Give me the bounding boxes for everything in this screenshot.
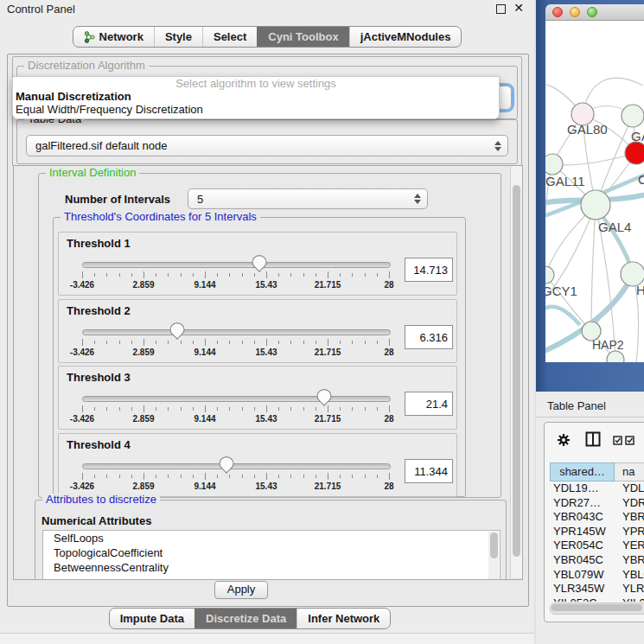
threshold-value-field[interactable]: 14.713	[405, 258, 453, 282]
tick-mark	[328, 405, 328, 412]
table-cell: YBL0	[615, 568, 644, 583]
checkbox-pair-icon[interactable]	[613, 435, 635, 448]
network-node-gal4[interactable]	[581, 190, 610, 220]
number-of-intervals-value: 5	[197, 193, 203, 206]
table-row[interactable]: YDR27…YDR2	[550, 496, 644, 511]
network-edge[interactable]	[591, 205, 596, 331]
network-node-selected-red[interactable]	[625, 142, 644, 164]
threshold-slider[interactable]: -3.4262.8599.14415.4321.71528	[82, 390, 389, 428]
threshold-slider[interactable]: -3.4262.8599.14415.4321.71528	[82, 323, 389, 361]
tick-mark	[106, 475, 107, 478]
network-node-gcy1[interactable]	[545, 266, 554, 284]
table-row[interactable]: YBL079WYBL0	[550, 568, 644, 583]
tab-cyni-toolbox[interactable]: Cyni Toolbox	[257, 27, 348, 47]
slider-track[interactable]	[82, 262, 391, 268]
network-node-label: C	[638, 172, 644, 187]
network-node-gal11[interactable]	[545, 154, 563, 175]
tick-mark	[340, 407, 341, 411]
tick-mark	[94, 341, 95, 344]
threshold-value-field[interactable]: 21.4	[405, 392, 453, 416]
table-row[interactable]: YLR345WYLR3	[550, 582, 644, 596]
gear-icon[interactable]	[557, 433, 571, 450]
split-columns-icon[interactable]	[585, 431, 601, 450]
slider-thumb-icon[interactable]	[169, 322, 185, 340]
column-header-shared-name[interactable]: shared…	[550, 462, 615, 481]
tab-select[interactable]: Select	[202, 27, 257, 47]
table-row[interactable]: YDL19…YDL1	[550, 481, 644, 496]
tick-mark	[328, 339, 328, 346]
table-row[interactable]: YBR045CYBR0	[550, 553, 644, 568]
combo-stepper-icon	[494, 141, 501, 151]
attribute-item[interactable]: SelfLoops	[43, 531, 500, 545]
tick-mark	[242, 407, 243, 411]
attributes-scrollbar-thumb[interactable]	[490, 532, 498, 558]
tick-mark	[278, 475, 279, 478]
network-edge[interactable]	[552, 153, 636, 165]
close-traffic-icon[interactable]	[552, 7, 563, 17]
tab-network[interactable]: Network	[73, 27, 154, 47]
attribute-item[interactable]: TopologicalCoefficient	[43, 545, 500, 560]
minimize-traffic-icon[interactable]	[570, 7, 580, 17]
tick-mark	[316, 407, 316, 411]
slider-ticks	[82, 473, 389, 481]
table-cell: YBR043C	[550, 510, 615, 525]
attributes-scrollbar[interactable]	[488, 532, 499, 580]
table-row[interactable]: YPR145WYPR1	[550, 525, 644, 539]
panel-scrollbar[interactable]	[510, 166, 522, 577]
algorithm-prompt-option[interactable]: Select algorithm to view settings	[13, 77, 499, 90]
column-header-name[interactable]: na	[615, 462, 644, 481]
interval-definition-group: Interval Definition Number of Intervals …	[38, 173, 501, 498]
tick-mark	[168, 341, 169, 344]
threshold-slider[interactable]: -3.4262.8599.14415.4321.71528	[82, 256, 389, 294]
tab-infer-network[interactable]: Infer Network	[296, 609, 390, 628]
tick-label: 2.859	[132, 481, 154, 491]
slider-track[interactable]	[82, 463, 391, 469]
float-window-icon[interactable]	[496, 4, 506, 14]
network-edge[interactable]	[545, 307, 580, 325]
tab-impute-data[interactable]: Impute Data	[110, 609, 194, 628]
zoom-traffic-icon[interactable]	[587, 7, 597, 17]
number-of-intervals-combobox[interactable]: 5	[188, 188, 428, 209]
table-row[interactable]: YBR043CYBR0	[550, 510, 644, 525]
slider-thumb-icon[interactable]	[252, 255, 267, 272]
threshold-value-field[interactable]: 6.316	[405, 325, 453, 349]
apply-button[interactable]: Apply	[214, 581, 268, 599]
tab-jactivemnodules[interactable]: jActiveMNodules	[349, 27, 462, 47]
tick-mark	[352, 407, 353, 411]
tick-mark	[82, 271, 83, 278]
threshold-slider[interactable]: -3.4262.8599.14415.4321.71528	[82, 457, 389, 495]
table-row[interactable]: YER054CYER0	[550, 539, 644, 553]
table-data-combobox[interactable]: galFiltered.sif default node	[26, 135, 508, 156]
network-icon	[84, 31, 95, 43]
tick-mark	[82, 405, 83, 412]
table-row[interactable]: YIL052CYIL0	[550, 596, 644, 602]
tick-label: 15.43	[255, 414, 277, 424]
table-cell: YDL1	[615, 481, 644, 496]
tab-style[interactable]: Style	[154, 27, 202, 47]
algorithm-option[interactable]: Manual Discretization	[13, 90, 499, 103]
numerical-attributes-list[interactable]: SelfLoopsTopologicalCoefficientBetweenne…	[42, 530, 501, 580]
algorithm-dropdown-popup: Select algorithm to view settings Manual…	[12, 76, 500, 119]
threshold-value-field[interactable]: 11.344	[405, 459, 453, 483]
table-cell: YPR145W	[550, 525, 615, 539]
tick-mark	[217, 273, 218, 277]
slider-thumb-icon[interactable]	[316, 389, 332, 406]
table-horizontal-scrollbar[interactable]	[550, 603, 644, 615]
table-horizontal-scrollbar-thumb[interactable]	[552, 604, 642, 611]
tab-discretize-data[interactable]: Discretize Data	[194, 609, 296, 628]
network-node-top-right-green[interactable]	[622, 105, 644, 127]
network-canvas[interactable]: GAL80GACGAL11GAL4GCY1HHAP2	[545, 21, 644, 362]
algorithm-option[interactable]: Equal Width/Frequency Discretization	[13, 103, 499, 116]
tick-mark	[193, 341, 194, 344]
network-window-titlebar[interactable]	[545, 4, 644, 21]
tick-label: 2.859	[132, 414, 154, 424]
slider-track[interactable]	[82, 396, 391, 402]
slider-track[interactable]	[82, 329, 391, 335]
panel-scrollbar-thumb[interactable]	[513, 185, 520, 557]
slider-thumb-icon[interactable]	[219, 456, 234, 474]
tab-label: Style	[165, 30, 192, 43]
network-node-label: GA	[631, 129, 644, 143]
tick-mark	[131, 475, 132, 478]
attribute-item[interactable]: BetweennessCentrality	[43, 560, 500, 575]
close-icon[interactable]: ✕	[513, 1, 524, 15]
